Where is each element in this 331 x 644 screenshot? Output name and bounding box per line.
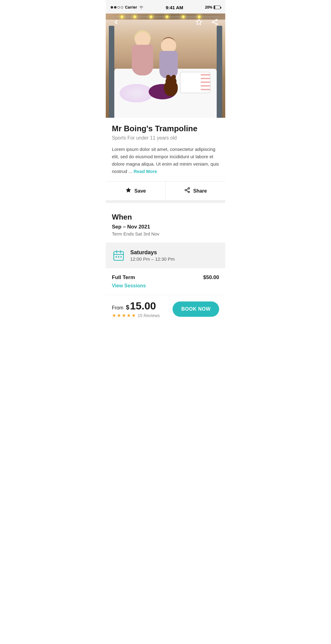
price-from-line: From $ 15.00 bbox=[112, 300, 160, 312]
section-separator bbox=[106, 201, 225, 203]
pillow bbox=[180, 72, 211, 93]
svg-point-2 bbox=[212, 21, 214, 23]
bear-body bbox=[164, 81, 178, 96]
star-2: ★ bbox=[117, 312, 121, 318]
price-dollar: $ bbox=[126, 304, 129, 311]
svg-marker-6 bbox=[126, 188, 131, 193]
child-body bbox=[159, 51, 178, 79]
schedule-icon bbox=[112, 249, 125, 262]
light-bulb bbox=[150, 15, 153, 18]
calendar-icon bbox=[113, 250, 124, 261]
review-count: 15 Reviews bbox=[138, 313, 160, 318]
main-content: Mr Boing's Trampoline Sports For under 1… bbox=[106, 118, 225, 201]
full-term-price: $50.00 bbox=[203, 274, 219, 281]
activity-subtitle: Sports For under 11 years old bbox=[112, 135, 219, 141]
activity-title: Mr Boing's Trampoline bbox=[112, 124, 219, 133]
child-body bbox=[132, 45, 153, 75]
battery-fill bbox=[214, 6, 215, 9]
share-icon bbox=[184, 187, 190, 195]
bear-ear-left bbox=[166, 75, 170, 79]
schedule-time: 12:00 Pm – 12:30 Pm bbox=[130, 256, 175, 262]
share-label: Share bbox=[193, 188, 207, 194]
star-3: ★ bbox=[122, 312, 126, 318]
action-bar: Save Share bbox=[106, 181, 225, 201]
back-button[interactable] bbox=[111, 17, 122, 28]
signal-dots bbox=[111, 6, 123, 9]
svg-point-16 bbox=[118, 256, 120, 258]
light-bulb bbox=[133, 15, 136, 18]
svg-point-18 bbox=[120, 256, 122, 258]
svg-point-1 bbox=[216, 19, 218, 21]
svg-marker-0 bbox=[196, 19, 202, 25]
price-number: 15.00 bbox=[130, 300, 156, 312]
svg-line-5 bbox=[214, 21, 216, 22]
description-text: Lorem ipsum dolor sit amet, consectetur … bbox=[112, 147, 219, 174]
dot-filled-2 bbox=[114, 6, 116, 9]
when-title: When bbox=[112, 213, 219, 221]
view-sessions-link[interactable]: View Sessions bbox=[112, 283, 146, 289]
wifi-icon bbox=[139, 6, 144, 9]
svg-line-11 bbox=[186, 189, 188, 190]
bookmark-button[interactable] bbox=[193, 17, 204, 28]
svg-point-9 bbox=[188, 191, 189, 193]
share-button[interactable] bbox=[209, 17, 220, 28]
pricing-row: Full Term $50.00 bbox=[112, 274, 219, 281]
bed-frame-right bbox=[217, 26, 222, 118]
schedule-day: Saturdays bbox=[130, 249, 175, 256]
status-time: 9:41 AM bbox=[166, 5, 183, 10]
bed-frame-left bbox=[109, 26, 114, 118]
read-more-link[interactable]: Read More bbox=[134, 169, 157, 174]
light-bulb bbox=[182, 15, 185, 18]
svg-line-4 bbox=[214, 22, 216, 24]
bear-ear-right bbox=[172, 75, 176, 79]
save-icon bbox=[125, 187, 131, 195]
share-button[interactable]: Share bbox=[166, 182, 226, 200]
save-button[interactable]: Save bbox=[106, 182, 166, 200]
svg-point-7 bbox=[188, 188, 189, 189]
status-right: 20% bbox=[205, 5, 220, 10]
nav-actions bbox=[193, 17, 220, 28]
term-ends: Term Ends Sat 3rd Nov bbox=[112, 231, 219, 236]
svg-point-17 bbox=[116, 256, 117, 258]
star-1: ★ bbox=[112, 312, 116, 318]
book-now-button[interactable]: BOOK NOW bbox=[173, 301, 219, 317]
carrier-label: Carrier bbox=[125, 5, 137, 10]
svg-rect-12 bbox=[114, 252, 124, 261]
dot-empty-3 bbox=[117, 6, 120, 9]
reviews-row: ★ ★ ★ ★ ★ 15 Reviews bbox=[112, 312, 160, 318]
star-4: ★ bbox=[127, 312, 131, 318]
svg-line-10 bbox=[186, 190, 188, 191]
pricing-section: Full Term $50.00 View Sessions bbox=[106, 268, 225, 293]
price-from: From $ 15.00 ★ ★ ★ ★ ★ 15 Reviews bbox=[112, 300, 160, 318]
when-section: When Sep – Nov 2021 Term Ends Sat 3rd No… bbox=[106, 205, 225, 243]
light-bulb bbox=[166, 15, 169, 18]
bottom-bar: From $ 15.00 ★ ★ ★ ★ ★ 15 Reviews BOOK N… bbox=[106, 295, 225, 324]
status-bar: Carrier 9:41 AM 20% bbox=[106, 0, 225, 13]
save-label: Save bbox=[135, 188, 146, 194]
star-5: ★ bbox=[131, 312, 136, 318]
dot-filled-1 bbox=[111, 6, 113, 9]
schedule-card: Saturdays 12:00 Pm – 12:30 Pm bbox=[106, 243, 225, 268]
battery-percent: 20% bbox=[205, 5, 212, 10]
full-term-label: Full Term bbox=[112, 274, 135, 281]
activity-description: Lorem ipsum dolor sit amet, consectetur … bbox=[112, 146, 219, 175]
status-left: Carrier bbox=[111, 5, 144, 10]
hero-image bbox=[106, 13, 225, 118]
svg-point-3 bbox=[216, 23, 218, 25]
dot-empty-4 bbox=[121, 6, 123, 9]
stars: ★ ★ ★ ★ ★ bbox=[112, 312, 136, 318]
battery-icon bbox=[214, 6, 220, 9]
from-text: From bbox=[112, 305, 123, 311]
date-range: Sep – Nov 2021 bbox=[112, 224, 219, 230]
teddy-bear bbox=[162, 76, 179, 96]
schedule-info: Saturdays 12:00 Pm – 12:30 Pm bbox=[130, 249, 175, 262]
children-scene bbox=[106, 20, 225, 118]
svg-point-8 bbox=[185, 190, 186, 191]
